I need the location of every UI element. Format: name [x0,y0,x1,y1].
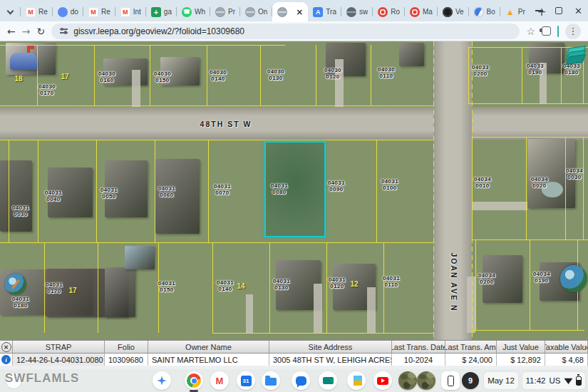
tab-list: MRedoMReMInt+ga☎WhPrOn×ATraswRoMaVeBo▲Pr [0,0,530,21]
lot-number: 18 [14,75,22,83]
browser-tab[interactable]: do [53,2,83,21]
globe-favicon-icon [277,7,287,17]
table-cell: $ 12,892 [497,354,545,366]
chrome-icon[interactable] [185,371,203,390]
extensions-icon[interactable] [542,26,551,36]
menu-button[interactable]: ⋮ [565,24,581,39]
parcel-label: 040310050 [100,187,118,200]
screenshot-2-icon[interactable] [417,371,435,390]
restore-icon[interactable] [555,7,562,14]
wifi-icon [564,377,572,384]
browser-tab[interactable]: MRe [83,2,115,21]
chat-icon[interactable] [292,371,310,390]
files-icon[interactable] [262,371,280,390]
site-settings-icon[interactable] [60,29,68,33]
parcel-boundary-line [0,242,433,243]
browser-tab[interactable]: Ve [438,2,469,21]
parcel-boundary-line [96,140,97,242]
close-window-icon[interactable]: ✕ [574,6,582,16]
mailbox-logo-icon [9,46,40,76]
browser-tab[interactable]: ATra [308,2,341,21]
browser-tab[interactable]: sw [341,2,373,21]
swirl-favicon-icon [474,7,484,17]
status-tray[interactable]: 11:42 US [522,372,585,389]
url-text: gissvr.leepa.org/geoview2/?folioid=10309… [73,26,244,36]
table-header-cell: Taxable Value [545,341,588,354]
play-icon[interactable] [347,371,366,390]
chevron-down-icon [7,7,14,14]
browser-tab-active[interactable]: × [272,2,308,21]
screenshot-1-icon[interactable] [398,371,417,390]
os-shelf: M319 May 12 11:42 US [0,369,588,392]
address-bar[interactable]: gissvr.leepa.org/geoview2/?folioid=10309… [51,24,520,39]
back-icon[interactable]: ← [7,26,16,36]
tab-close-icon[interactable]: × [296,7,303,17]
parcel-boundary-line [468,47,469,103]
street-label: 48TH ST W [200,120,252,128]
browser-tab[interactable]: On [240,2,272,21]
table-cell: SAINT MARTELMO LLC [148,354,269,366]
calendar-icon[interactable]: 31 [237,371,255,390]
gmail-icon[interactable]: M [210,371,229,390]
browser-toolbar: ← → ↻ gissvr.leepa.org/geoview2/?folioid… [0,21,588,41]
parcel-boundary-line [260,45,261,105]
browser-tab[interactable]: ☎Wh [177,2,210,21]
forward-icon[interactable]: → [22,26,31,36]
parcel-boundary-line [371,45,371,105]
parcel-label: 040310180 [12,296,29,309]
browser-tab[interactable]: Pr [210,2,240,21]
parcel-boundary-line [530,239,530,330]
target-favicon-icon [378,7,388,17]
browser-tab[interactable]: +ga [146,2,177,21]
browser-tab[interactable] [0,2,21,21]
table-header-cell: Just Value [497,341,545,354]
compass-globe-icon [5,274,26,295]
parcel-boundary-line [376,140,377,242]
active-app-indicator [190,390,198,392]
badge-9-icon[interactable]: 9 [462,372,479,389]
meet-icon[interactable] [319,371,337,390]
parcel-boundary-line [472,330,584,331]
parcel-label: 040300130 [267,68,284,81]
keyboard-layout: US [549,376,560,385]
row-info-icon[interactable]: i [1,355,11,364]
browser-tab[interactable]: Bo [469,2,500,21]
browser-tab[interactable]: MInt [115,2,146,21]
parcel-label: 040310030 [12,205,29,217]
map-viewport[interactable]: 0403001700403001600403001500403001400403… [0,41,588,340]
bookmark-star-icon[interactable]: ☆ [526,26,535,37]
parcel-label: 040330200 [472,64,489,77]
globe-logo-icon [560,265,587,292]
tab-label: ga [164,8,172,16]
tab-label: Bo [487,8,495,16]
parcel-label: 040340030 [566,167,583,180]
youtube-icon[interactable] [373,371,392,390]
parcel-boundary-line [212,242,213,333]
browser-tab[interactable]: Ma [405,2,438,21]
parcel-data-table: ×STRAPFolioOwner NameSite AddressLast Tr… [0,340,588,366]
table-cell: 10-2024 [392,354,445,366]
parcel-boundary-line [155,140,155,242]
date-pill[interactable]: May 12 [484,372,518,389]
parcel-label: 040310110 [383,275,400,288]
parcel-boundary-line [212,333,433,334]
clock-text: 11:42 [526,376,546,385]
parcel-label: 040340190 [533,271,550,284]
browser-tab[interactable]: Ro [373,2,405,21]
reload-icon[interactable]: ↻ [36,26,45,36]
blue-dot-favicon-icon [58,7,68,17]
road-edge-line [433,41,434,340]
phone-icon[interactable] [441,371,460,390]
browser-tab[interactable]: ▲Pr [500,2,530,21]
tab-label: Re [101,8,110,16]
table-close-button[interactable]: × [1,342,11,352]
layers-icon[interactable] [566,47,587,66]
translate-favicon-icon: A [313,7,323,17]
parcel-boundary-line [207,45,207,105]
building-roof [105,267,135,317]
tab-label: Ro [391,8,400,16]
gemini-icon[interactable] [153,371,171,390]
minimize-icon[interactable] [535,10,543,11]
browser-tab[interactable]: MRe [21,2,53,21]
tab-label: Pr [228,8,235,16]
